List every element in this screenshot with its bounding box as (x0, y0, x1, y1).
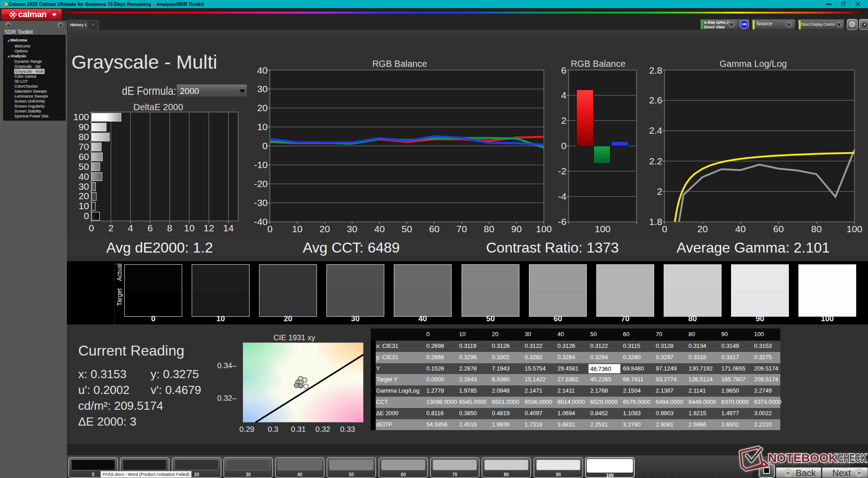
svg-text:100: 100 (536, 224, 552, 234)
svg-text:RGB Balance: RGB Balance (571, 59, 625, 69)
svg-text:60: 60 (429, 224, 439, 234)
svg-text:-4: -4 (558, 191, 566, 202)
svg-text:2: 2 (657, 186, 662, 197)
svg-text:-2: -2 (558, 166, 566, 176)
svg-text:90: 90 (79, 122, 89, 132)
svg-text:2: 2 (561, 115, 566, 126)
svg-text:0: 0 (267, 224, 273, 234)
svg-text:DeltaE 2000: DeltaE 2000 (133, 102, 183, 112)
svg-text:30: 30 (79, 181, 89, 192)
svg-text:80: 80 (484, 224, 494, 234)
svg-text:4: 4 (561, 90, 566, 100)
svg-text:60: 60 (773, 224, 783, 234)
svg-text:40: 40 (374, 224, 385, 234)
svg-text:70: 70 (79, 141, 89, 152)
svg-text:40: 40 (735, 224, 745, 234)
svg-text:Gamma Log/Log: Gamma Log/Log (720, 59, 787, 69)
svg-text:20: 20 (697, 224, 708, 234)
svg-text:12: 12 (203, 223, 214, 233)
svg-text:0: 0 (84, 211, 89, 221)
svg-text:8: 8 (167, 223, 172, 233)
svg-text:10: 10 (79, 201, 89, 211)
svg-text:-40: -40 (254, 216, 268, 227)
svg-text:4: 4 (128, 223, 133, 233)
svg-text:14: 14 (223, 223, 234, 233)
svg-text:2.8: 2.8 (649, 65, 662, 75)
svg-text:40: 40 (79, 171, 89, 182)
svg-text:2.4: 2.4 (649, 125, 663, 136)
svg-text:80: 80 (79, 131, 89, 142)
svg-text:50: 50 (401, 224, 412, 234)
svg-text:-20: -20 (254, 178, 268, 189)
svg-text:20: 20 (257, 103, 268, 113)
svg-text:50: 50 (79, 161, 89, 172)
svg-text:10: 10 (184, 223, 194, 233)
svg-text:10: 10 (257, 122, 268, 132)
svg-text:-6: -6 (558, 216, 566, 227)
svg-text:90: 90 (511, 224, 522, 234)
svg-text:2.2: 2.2 (649, 156, 662, 166)
svg-text:80: 80 (811, 224, 821, 234)
svg-text:0: 0 (262, 141, 268, 151)
svg-text:60: 60 (79, 151, 89, 162)
svg-text:NOTEBOOK: NOTEBOOK (768, 451, 837, 465)
svg-text:30: 30 (347, 224, 357, 234)
svg-text:6: 6 (147, 223, 153, 233)
svg-text:100: 100 (846, 224, 862, 234)
svg-text:-30: -30 (254, 197, 268, 208)
svg-text:0: 0 (561, 141, 566, 151)
svg-text:RGB Balance: RGB Balance (372, 59, 427, 69)
svg-text:1.8: 1.8 (649, 216, 662, 227)
svg-text:40: 40 (257, 65, 268, 75)
svg-text:100: 100 (73, 112, 89, 122)
svg-text:30: 30 (257, 84, 268, 94)
svg-text:2: 2 (108, 223, 113, 233)
svg-text:20: 20 (320, 224, 330, 234)
svg-text:100: 100 (594, 224, 610, 234)
svg-text:2.6: 2.6 (649, 95, 662, 105)
svg-text:0: 0 (662, 224, 667, 234)
svg-text:10: 10 (292, 224, 302, 234)
svg-text:CHECK: CHECK (838, 451, 867, 465)
svg-text:-10: -10 (254, 159, 268, 170)
svg-text:20: 20 (79, 191, 89, 201)
svg-text:0: 0 (89, 223, 94, 233)
svg-text:70: 70 (457, 224, 467, 234)
svg-text:6: 6 (561, 65, 566, 75)
